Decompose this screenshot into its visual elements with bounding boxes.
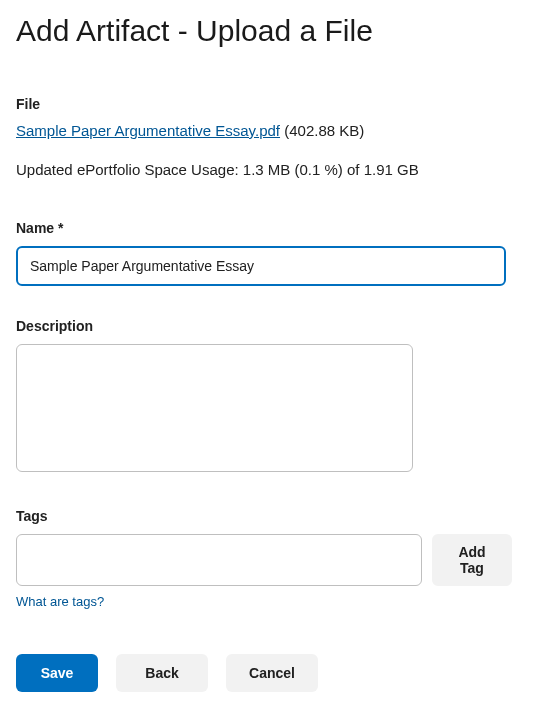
file-label: File <box>16 96 520 112</box>
tags-label: Tags <box>16 508 520 524</box>
cancel-button[interactable]: Cancel <box>226 654 318 692</box>
button-row: Save Back Cancel <box>16 654 520 692</box>
description-textarea[interactable] <box>16 344 413 472</box>
tags-row: Add Tag <box>16 534 520 586</box>
name-group: Name * <box>16 220 520 286</box>
tags-group: Tags Add Tag What are tags? <box>16 508 520 610</box>
file-section: File Sample Paper Argumentative Essay.pd… <box>16 96 520 178</box>
description-group: Description <box>16 318 520 476</box>
add-tag-button[interactable]: Add Tag <box>432 534 512 586</box>
what-are-tags-link[interactable]: What are tags? <box>16 594 104 609</box>
tags-input[interactable] <box>16 534 422 586</box>
file-link[interactable]: Sample Paper Argumentative Essay.pdf <box>16 122 280 139</box>
back-button[interactable]: Back <box>116 654 208 692</box>
file-size: (402.88 KB) <box>284 122 364 139</box>
file-line: Sample Paper Argumentative Essay.pdf (40… <box>16 122 520 139</box>
save-button[interactable]: Save <box>16 654 98 692</box>
description-label: Description <box>16 318 520 334</box>
name-input[interactable] <box>16 246 506 286</box>
storage-usage: Updated ePortfolio Space Usage: 1.3 MB (… <box>16 161 520 178</box>
name-label: Name * <box>16 220 520 236</box>
page-title: Add Artifact - Upload a File <box>16 14 520 48</box>
